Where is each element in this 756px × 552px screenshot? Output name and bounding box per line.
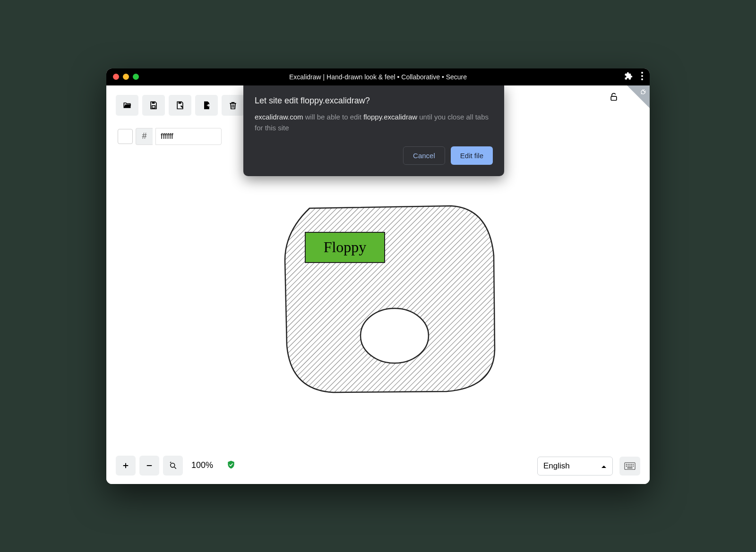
zoom-out-button[interactable]	[139, 456, 159, 476]
color-swatch[interactable]	[118, 129, 133, 144]
export-button[interactable]	[195, 95, 218, 116]
svg-rect-15	[629, 464, 630, 465]
svg-point-10	[361, 308, 429, 363]
save-as-button[interactable]	[169, 95, 191, 116]
svg-point-1	[641, 75, 643, 77]
svg-rect-6	[611, 96, 617, 100]
background-color-control: #	[116, 125, 225, 148]
svg-rect-3	[152, 102, 155, 103]
zoom-controls: 100%	[116, 456, 236, 476]
svg-rect-5	[179, 102, 181, 103]
save-file-button[interactable]	[142, 95, 165, 116]
keyboard-shortcuts-button[interactable]	[619, 457, 640, 476]
svg-rect-17	[633, 464, 634, 465]
dialog-heading: Let site edit floppy.excalidraw?	[255, 96, 493, 106]
floppy-label-text: Floppy	[324, 238, 367, 256]
svg-point-0	[641, 72, 643, 74]
permission-dialog: Let site edit floppy.excalidraw? excalid…	[243, 85, 504, 177]
cancel-button[interactable]: Cancel	[403, 146, 445, 165]
svg-rect-16	[631, 464, 632, 465]
browser-menu-icon[interactable]	[641, 72, 643, 82]
dialog-message: excalidraw.com will be able to edit flop…	[255, 111, 493, 134]
svg-rect-18	[626, 466, 627, 467]
zoom-level-label: 100%	[187, 460, 218, 470]
bottom-right-controls: English	[537, 457, 640, 476]
zoom-in-button[interactable]	[116, 456, 136, 476]
extensions-icon[interactable]	[624, 72, 633, 82]
svg-point-2	[641, 78, 643, 80]
app-body: # Floppy	[106, 85, 650, 484]
floppy-drawing[interactable]	[276, 199, 498, 397]
encryption-shield-icon[interactable]	[226, 460, 236, 471]
open-file-button[interactable]	[116, 95, 138, 116]
svg-rect-23	[627, 467, 632, 468]
svg-point-11	[171, 463, 175, 467]
svg-rect-21	[631, 466, 632, 467]
app-window: Excalidraw | Hand-drawn look & feel • Co…	[106, 68, 650, 484]
svg-rect-4	[152, 105, 155, 108]
maximize-window-button[interactable]	[133, 74, 139, 80]
language-selector[interactable]: English	[537, 457, 613, 476]
unlock-icon[interactable]	[609, 92, 619, 103]
floppy-label-sticker[interactable]: Floppy	[305, 232, 385, 263]
dialog-filename: floppy.excalidraw	[363, 113, 417, 121]
svg-rect-20	[629, 466, 630, 467]
svg-rect-22	[633, 466, 634, 467]
close-window-button[interactable]	[113, 74, 119, 80]
svg-rect-13	[626, 464, 627, 465]
window-controls	[113, 74, 139, 80]
hex-prefix-label: #	[136, 128, 153, 145]
edit-file-button[interactable]: Edit file	[451, 146, 493, 165]
hex-color-input[interactable]	[155, 128, 222, 145]
plug-icon[interactable]	[639, 88, 647, 98]
dialog-site: excalidraw.com	[255, 113, 303, 121]
language-selected-label: English	[543, 461, 570, 471]
svg-rect-19	[627, 466, 628, 467]
chevron-up-icon	[601, 461, 607, 471]
titlebar: Excalidraw | Hand-drawn look & feel • Co…	[106, 68, 650, 85]
svg-rect-14	[627, 464, 628, 465]
main-toolbar	[116, 95, 244, 116]
delete-button[interactable]	[222, 95, 244, 116]
minimize-window-button[interactable]	[123, 74, 129, 80]
window-title: Excalidraw | Hand-drawn look & feel • Co…	[289, 73, 467, 81]
zoom-reset-button[interactable]	[163, 456, 183, 476]
